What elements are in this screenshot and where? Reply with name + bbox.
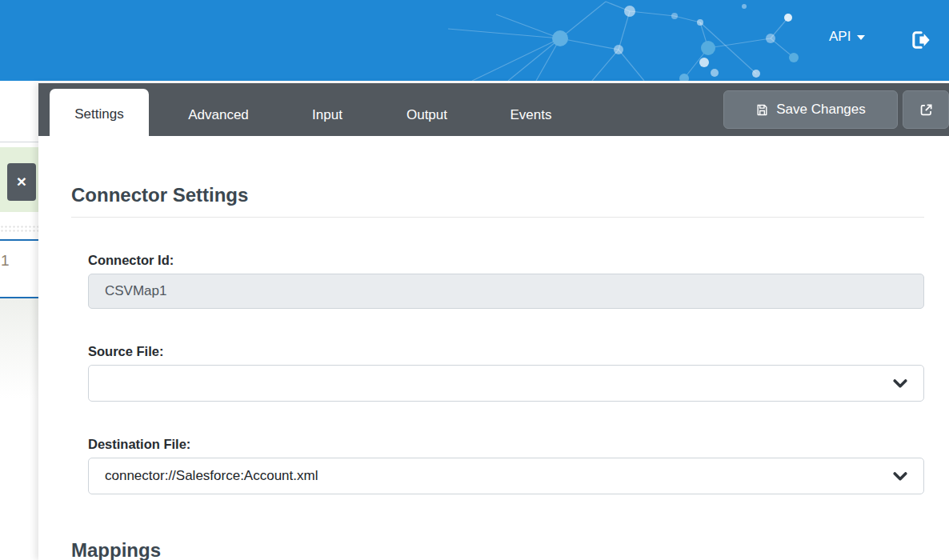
tab-input[interactable]: Input xyxy=(286,83,368,136)
destination-file-value: connector://Salesforce:Account.xml xyxy=(105,468,893,484)
section-divider xyxy=(71,217,924,218)
save-changes-button[interactable]: Save Changes xyxy=(723,90,898,129)
external-link-icon xyxy=(919,102,934,118)
settings-form: Connector Settings Connector Id: CSVMap1… xyxy=(38,136,949,560)
api-menu-label: API xyxy=(829,29,851,45)
dotted-texture xyxy=(0,225,38,234)
connector-id-field: Connector Id: CSVMap1 xyxy=(88,253,924,309)
api-menu[interactable]: API xyxy=(829,29,865,45)
destination-file-field: Destination File: connector://Salesforce… xyxy=(88,437,924,494)
tab-settings[interactable]: Settings xyxy=(50,89,149,136)
mappings-title: Mappings xyxy=(71,539,924,560)
selection-border-top xyxy=(0,239,38,241)
tab-events[interactable]: Events xyxy=(490,83,572,136)
tab-bar: Settings Advanced Input Output Events Sa… xyxy=(38,83,949,136)
partial-row-text: 1 xyxy=(1,252,10,270)
sign-out-button[interactable] xyxy=(909,29,931,51)
source-file-label: Source File: xyxy=(88,344,924,359)
highlighted-row: × xyxy=(0,147,38,212)
save-changes-label: Save Changes xyxy=(776,102,866,118)
chevron-down-icon xyxy=(893,472,907,481)
open-external-button[interactable] xyxy=(903,90,949,129)
section-title: Connector Settings xyxy=(71,184,924,206)
floppy-disk-icon xyxy=(755,103,769,117)
source-file-select[interactable] xyxy=(88,365,924,402)
destination-file-select[interactable]: connector://Salesforce:Account.xml xyxy=(88,458,924,494)
sign-out-icon xyxy=(909,29,931,51)
chevron-down-icon xyxy=(893,379,907,388)
connector-id-label: Connector Id: xyxy=(88,253,924,268)
tab-output[interactable]: Output xyxy=(386,83,468,136)
connector-id-input: CSVMap1 xyxy=(88,274,924,309)
destination-file-label: Destination File: xyxy=(88,437,924,452)
app-header: API xyxy=(0,0,949,81)
network-constellation-graphic xyxy=(448,0,816,81)
background-page: × 1 xyxy=(0,81,38,560)
close-button[interactable]: × xyxy=(7,163,36,201)
source-file-field: Source File: xyxy=(88,344,924,402)
texture-fade xyxy=(0,298,38,398)
tab-advanced[interactable]: Advanced xyxy=(162,83,274,136)
divider xyxy=(0,142,38,142)
caret-down-icon xyxy=(857,35,865,40)
connector-panel: Settings Advanced Input Output Events Sa… xyxy=(38,83,949,560)
